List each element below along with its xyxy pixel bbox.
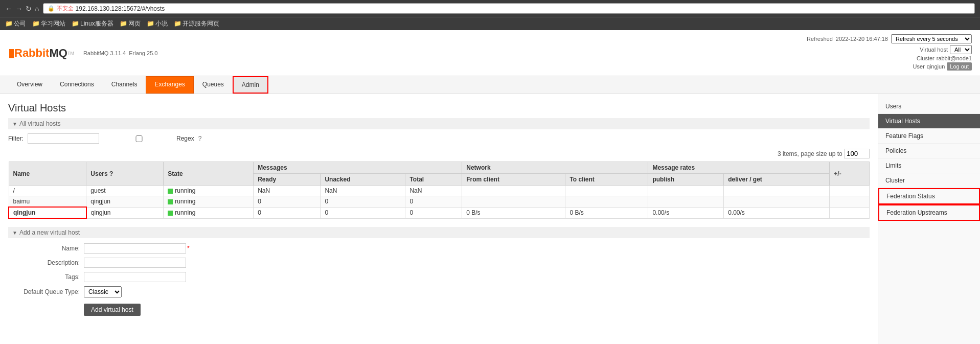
name-input[interactable] (84, 243, 186, 254)
cell-ready: 0 (254, 196, 321, 208)
logout-button[interactable]: Log out (947, 62, 972, 71)
back-button[interactable]: ← (5, 5, 12, 13)
queue-type-label: Default Queue Type: (8, 288, 80, 295)
name-label: Name: (8, 245, 80, 252)
cell-users: qingjun (86, 196, 164, 208)
bookmark-opensource[interactable]: 📁开源服务网页 (174, 19, 219, 28)
refresh-select[interactable]: Refresh every 5 seconds Refresh every 10… (891, 34, 972, 43)
refreshed-time: 2022-12-20 16:47:18 (836, 36, 888, 42)
col-group-messages: Messages (254, 162, 462, 174)
nav-connections[interactable]: Connections (51, 76, 103, 94)
logo-area: ▮RabbitMQTM RabbitMQ 3.11.4 Erlang 25.0 (8, 47, 157, 60)
tags-form-row: Tags: (8, 272, 870, 282)
nav-exchanges[interactable]: Exchanges (146, 76, 193, 94)
nav-channels[interactable]: Channels (103, 76, 146, 94)
filter-row: Filter: Regex ? (8, 133, 870, 144)
col-publish: publish (648, 174, 724, 186)
cell-from-client: 0 B/s (462, 207, 565, 218)
filter-input[interactable] (28, 133, 99, 144)
running-badge (168, 189, 173, 194)
browser-bar: ← → ↻ ⌂ 🔒 不安全 192.168.130.128:15672/#/vh… (0, 0, 980, 17)
refresh-row: Refreshed 2022-12-20 16:47:18 Refresh ev… (807, 34, 972, 43)
sidebar-item-federation-status[interactable]: Federation Status (878, 188, 980, 204)
table-row[interactable]: /guestrunningNaNNaNNaN (9, 186, 870, 196)
required-marker: * (187, 245, 190, 252)
header-right: Refreshed 2022-12-20 16:47:18 Refresh ev… (807, 34, 972, 72)
col-from-client: From client (462, 174, 565, 186)
add-vhost-button[interactable]: Add virtual host (84, 304, 141, 316)
vhost-select[interactable]: All (950, 45, 972, 54)
tags-input[interactable] (84, 272, 186, 282)
all-vhosts-section-header[interactable]: ▼ All virtual hosts (8, 118, 870, 129)
cell-state: running (164, 207, 254, 218)
refreshed-label: Refreshed (807, 36, 833, 42)
cell-from-client (462, 196, 565, 208)
regex-label[interactable]: Regex (103, 135, 194, 142)
sidebar-item-federation-upstreams[interactable]: Federation Upstreams (878, 204, 980, 221)
bookmark-linux[interactable]: 📁Linux服务器 (72, 19, 113, 28)
forward-button[interactable]: → (15, 5, 22, 13)
cluster-row: Cluster rabbit@node1 (807, 55, 972, 61)
sidebar-item-vhosts[interactable]: Virtual Hosts (878, 114, 980, 129)
sidebar-item-users[interactable]: Users (878, 99, 980, 114)
col-plusminus[interactable]: +/- (830, 162, 870, 186)
nav-queues[interactable]: Queues (194, 76, 233, 94)
refresh-button[interactable]: ↻ (26, 5, 32, 13)
cell-name: baimu (9, 196, 86, 208)
cluster-label: Cluster (917, 55, 935, 61)
address-bar[interactable]: 🔒 不安全 192.168.130.128:15672/#/vhosts (43, 3, 975, 14)
desc-label: Description: (8, 259, 80, 266)
app-header: ▮RabbitMQTM RabbitMQ 3.11.4 Erlang 25.0 … (0, 30, 980, 76)
tm-text: TM (67, 51, 74, 56)
page-title: Virtual Hosts (8, 102, 870, 114)
cell-publish (648, 186, 724, 196)
sidebar-item-feature-flags[interactable]: Feature Flags (878, 129, 980, 144)
cell-users: guest (86, 186, 164, 196)
col-to-client: To client (565, 174, 648, 186)
browser-nav-icons: ← → ↻ ⌂ (5, 5, 39, 13)
col-group-network: Network (462, 162, 648, 174)
add-section-label: Add a new virtual host (19, 229, 80, 236)
table-row[interactable]: baimuqingjunrunning000 (9, 196, 870, 208)
bookmark-web[interactable]: 📁网页 (120, 19, 141, 28)
cell-total: NaN (405, 186, 462, 196)
mq-text: MQ (49, 47, 67, 60)
nav-overview[interactable]: Overview (8, 76, 51, 94)
desc-form-row: Description: (8, 258, 870, 268)
sidebar-item-cluster[interactable]: Cluster (878, 173, 980, 188)
nav-admin[interactable]: Admin (233, 76, 268, 94)
cell-users: qingjun (86, 207, 164, 218)
vhost-row: Virtual host All (807, 45, 972, 54)
items-count-text: 3 items, page size up to (778, 150, 842, 157)
page-size-input[interactable] (844, 149, 870, 158)
table-row[interactable]: qingjunqingjunrunning0000 B/s0 B/s0.00/s… (9, 207, 870, 218)
bookmark-novel[interactable]: 📁小说 (147, 19, 168, 28)
sidebar-item-policies[interactable]: Policies (878, 144, 980, 158)
lock-icon: 🔒 不安全 (48, 5, 73, 12)
col-deliver: deliver / get (724, 174, 830, 186)
cell-deliver (724, 186, 830, 196)
col-state: State (164, 162, 254, 186)
add-btn-row: Add virtual host (8, 302, 870, 316)
regex-checkbox[interactable] (103, 135, 175, 142)
cell-ready: 0 (254, 207, 321, 218)
sidebar: Users Virtual Hosts Feature Flags Polici… (878, 94, 980, 344)
vhost-label: Virtual host (920, 47, 948, 53)
bookmark-study[interactable]: 📁学习网站 (32, 19, 65, 28)
user-label: User (913, 63, 925, 70)
desc-input[interactable] (84, 258, 186, 268)
col-users: Users ? (86, 162, 164, 186)
bookmark-company[interactable]: 📁公司 (5, 19, 26, 28)
sidebar-item-limits[interactable]: Limits (878, 158, 980, 173)
cell-empty (830, 196, 870, 208)
help-icon[interactable]: ? (198, 135, 202, 142)
add-section-header[interactable]: ▼ Add a new virtual host (8, 227, 870, 238)
home-button[interactable]: ⌂ (35, 5, 39, 13)
cell-ready: NaN (254, 186, 321, 196)
cell-empty (830, 207, 870, 218)
queue-type-form-row: Default Queue Type: Classic Quorum Strea… (8, 286, 870, 297)
queue-type-select[interactable]: Classic Quorum Stream (84, 286, 122, 297)
running-badge (168, 199, 173, 204)
bookmark-bar: 📁公司 📁学习网站 📁Linux服务器 📁网页 📁小说 📁开源服务网页 (0, 17, 980, 30)
cell-to-client: 0 B/s (565, 207, 648, 218)
